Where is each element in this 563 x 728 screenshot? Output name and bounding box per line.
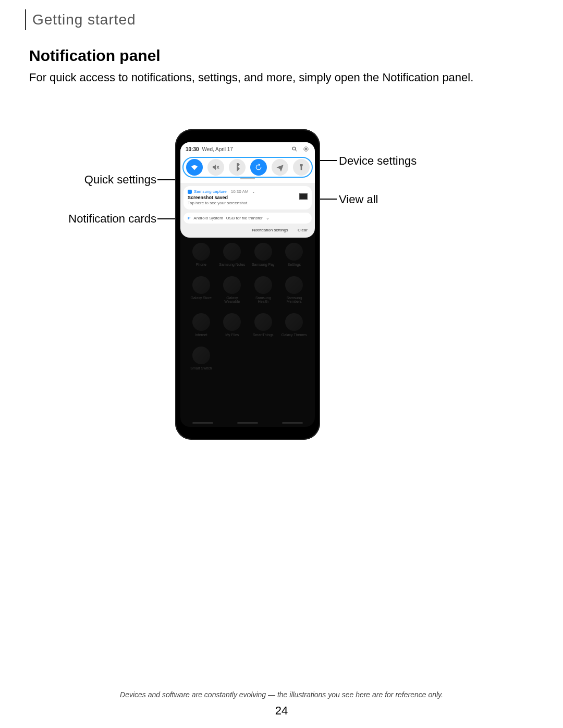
app-label: Galaxy Store <box>191 296 212 300</box>
app-badge-icon: P <box>188 216 190 220</box>
app-label: Phone <box>196 263 206 267</box>
app-icon <box>254 276 272 294</box>
notification-settings-link[interactable]: Notification settings <box>252 228 288 232</box>
bluetooth-icon[interactable] <box>229 159 246 176</box>
notification-card[interactable]: Samsung capture 10:30 AM ⌄ Screenshot sa… <box>183 186 312 209</box>
app-icon <box>223 313 241 331</box>
app-icon-item[interactable]: My Files <box>217 313 248 337</box>
app-icon-item[interactable]: Samsung Members <box>279 276 310 304</box>
gear-icon[interactable] <box>302 145 310 153</box>
app-label: Galaxy Wearable <box>219 296 245 304</box>
app-icon-item[interactable]: Galaxy Themes <box>279 313 310 337</box>
app-icon-item[interactable]: Samsung Pay <box>248 243 279 267</box>
app-icon <box>223 243 241 261</box>
app-label: Galaxy Themes <box>282 333 307 337</box>
app-icon <box>192 276 210 294</box>
app-label: Internet <box>195 333 207 337</box>
breadcrumb: Getting started <box>25 9 136 30</box>
app-icon <box>192 313 210 331</box>
app-icon <box>223 276 241 294</box>
breadcrumb-text: Getting started <box>32 11 136 28</box>
app-icon <box>192 347 210 364</box>
callout-notification-cards: Notification cards <box>31 212 156 226</box>
chevron-down-icon: ⌄ <box>252 189 255 194</box>
clear-button[interactable]: Clear <box>298 228 308 232</box>
footer-note: Devices and software are constantly evol… <box>0 690 563 699</box>
app-icon <box>254 243 272 261</box>
svg-point-0 <box>292 147 296 150</box>
intro-text: For quick access to notifications, setti… <box>29 69 532 86</box>
app-label: Smart Switch <box>190 366 212 371</box>
home-screen-apps: PhoneSamsung NotesSamsung PaySettingsGal… <box>180 238 315 370</box>
app-icon-item[interactable]: Smart Switch <box>186 347 217 371</box>
notification-time: 10:30 AM <box>231 189 249 194</box>
notification-app-name: Samsung capture <box>194 189 227 194</box>
phone-screen: 10:30 Wed, April 17 <box>180 142 315 427</box>
screenshot-thumbnail <box>299 193 308 200</box>
notification-title: Screenshot saved <box>188 195 308 200</box>
status-date: Wed, April 17 <box>202 146 287 152</box>
app-icon <box>285 313 303 331</box>
notification-app-row: Samsung capture 10:30 AM ⌄ <box>188 189 308 194</box>
panel-handle-row[interactable] <box>180 177 315 183</box>
search-icon[interactable] <box>291 145 298 153</box>
page-title: Notification panel <box>29 47 161 65</box>
app-badge-icon <box>188 190 192 194</box>
app-icon-item[interactable]: Samsung Notes <box>217 243 248 267</box>
wifi-icon[interactable] <box>186 159 203 176</box>
flashlight-icon[interactable] <box>293 159 310 176</box>
app-icon-item[interactable]: SmartThings <box>248 313 279 337</box>
app-label: My Files <box>225 333 239 337</box>
notification-card[interactable]: P Android System USB for file transfer ⌄ <box>183 213 312 224</box>
mute-icon[interactable] <box>207 159 224 176</box>
svg-line-7 <box>304 147 304 147</box>
notification-subtitle: Tap here to see your screenshot. <box>188 201 308 205</box>
callout-device-settings: Device settings <box>339 154 417 168</box>
notification-panel: 10:30 Wed, April 17 <box>180 142 315 238</box>
app-icon-item[interactable]: Galaxy Wearable <box>217 276 248 304</box>
page-number: 24 <box>0 704 563 718</box>
status-time: 10:30 <box>186 146 199 152</box>
app-icon <box>254 313 272 331</box>
svg-line-9 <box>304 151 304 151</box>
app-label: Samsung Members <box>281 296 307 304</box>
quick-settings-row <box>180 156 315 177</box>
app-icon <box>192 243 210 261</box>
chevron-down-icon: ⌄ <box>266 216 270 220</box>
app-label: Samsung Notes <box>219 263 245 267</box>
app-icon-item[interactable]: Phone <box>186 243 217 267</box>
app-icon <box>285 276 303 294</box>
app-icon-item[interactable]: Settings <box>279 243 310 267</box>
rotate-icon[interactable] <box>250 159 267 176</box>
drag-handle-icon <box>240 178 255 179</box>
svg-line-10 <box>308 147 308 147</box>
app-label: SmartThings <box>253 333 274 337</box>
nav-bar <box>180 422 315 424</box>
nav-home-icon[interactable] <box>237 422 258 424</box>
svg-line-1 <box>296 150 297 152</box>
app-label: Settings <box>288 263 301 267</box>
callout-view-all: View all <box>339 193 378 206</box>
status-bar: 10:30 Wed, April 17 <box>180 142 315 156</box>
app-label: Samsung Health <box>250 296 276 304</box>
panel-footer: Notification settings Clear <box>180 224 315 235</box>
app-icon-item[interactable]: Galaxy Store <box>186 276 217 304</box>
nav-recent-icon[interactable] <box>192 422 213 424</box>
notification-text: USB for file transfer <box>226 216 263 220</box>
notification-app-name: Android System <box>193 216 223 220</box>
app-icon-item[interactable]: Samsung Health <box>248 276 279 304</box>
app-icon-item[interactable]: Internet <box>186 313 217 337</box>
app-icon <box>285 243 303 261</box>
breadcrumb-divider <box>25 9 26 30</box>
svg-line-8 <box>308 151 308 151</box>
phone-frame: 10:30 Wed, April 17 <box>175 129 320 440</box>
svg-point-2 <box>305 148 307 150</box>
app-label: Samsung Pay <box>252 263 275 267</box>
nav-back-icon[interactable] <box>282 422 303 424</box>
callout-quick-settings: Quick settings <box>31 173 156 187</box>
airplane-icon[interactable] <box>272 159 288 176</box>
